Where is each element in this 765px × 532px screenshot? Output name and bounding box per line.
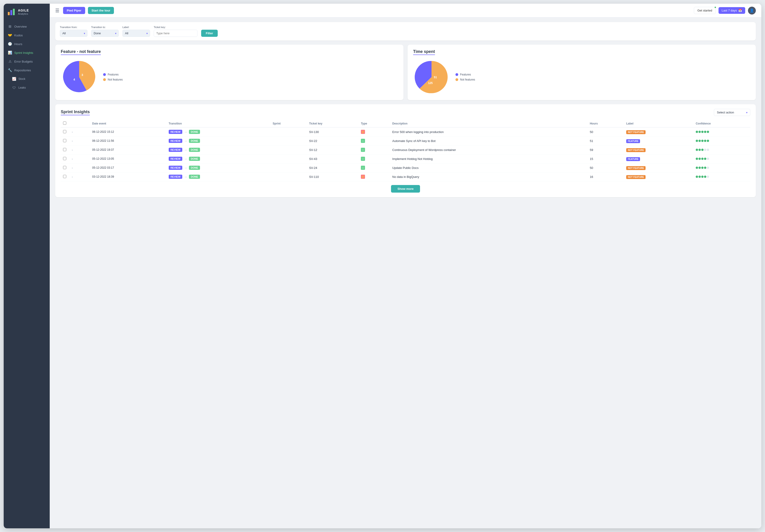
cell-description: Implement Hotdog Not Hotdog [390,154,587,163]
arrow-icon: → [184,148,187,152]
confidence-dot [704,176,706,178]
cell-ticket-key: SV-12 [307,146,359,154]
sidebar-item-sprint-insights[interactable]: 📊 Sprint Insights [4,48,50,57]
table-header-row: Sprint Insights Select action Export CSV… [61,109,750,116]
cell-transition: REVIEW→DONE [166,172,271,181]
confidence-dot [701,158,704,160]
label-badge: NOT FEATURE [626,130,646,134]
row-checkbox[interactable] [63,166,66,169]
row-checkbox[interactable] [63,157,66,160]
cell-date: 05-12-2022 19:37 [90,146,166,154]
select-all-checkbox[interactable] [63,122,66,125]
cell-sprint [271,137,307,146]
badge-done: DONE [189,157,200,161]
sidebar-item-overview[interactable]: ⊞ Overview [4,22,50,31]
table-row: ›06-12-2022 15:12REVIEW→DONESV-130⚡Error… [61,128,750,137]
filter-button[interactable]: Filter [201,30,218,37]
user-icon: 👤 [750,8,754,13]
pied-piper-button[interactable]: Pied Piper [63,7,85,14]
last-7-days-button[interactable]: Last 7 days 📅 [718,7,745,14]
row-checkbox[interactable] [63,175,66,178]
cell-ticket-key: SV-24 [307,163,359,172]
expand-button[interactable]: › [71,175,74,179]
expand-button[interactable]: › [71,131,74,134]
cell-date: 06-12-2022 15:12 [90,128,166,137]
feature-chart-legend: Features Not features [103,73,123,81]
badge-review: REVIEW [169,130,182,134]
confidence-dot [704,149,706,151]
cell-ticket-key: SV-43 [307,154,359,163]
transition-from-group: Transition from: All Review In Progress … [60,26,87,37]
cell-sprint [271,146,307,154]
topbar: ☰ Pied Piper Start the tour Get started … [50,4,761,17]
badge-done: DONE [189,139,200,143]
story-icon: □ [361,157,365,161]
bug-icon: ⚡ [361,175,365,179]
cell-confidence [693,128,750,137]
svg-rect-2 [13,9,15,15]
confidence-dot [704,131,706,133]
get-started-button[interactable]: Get started [694,7,715,14]
table-row: ›05-12-2022 13:05REVIEW→DONESV-43□Implem… [61,154,750,163]
expand-button[interactable]: › [71,149,74,152]
transition-to-select[interactable]: Done Review In Progress [91,30,119,37]
cell-label: NOT FEATURE [624,128,693,137]
badge-review: REVIEW [169,166,182,170]
filter-bar: Transition from: All Review In Progress … [55,22,756,41]
start-tour-button[interactable]: Start the tour [88,7,114,14]
cell-confidence [693,172,750,181]
sidebar-item-repositories[interactable]: 🔧 Repositories [4,66,50,75]
cell-hours: 51 [587,137,624,146]
cell-hours: 50 [587,163,624,172]
label-filter-group: Label: All Feature Not Feature ▼ [122,26,150,37]
row-checkbox[interactable] [63,148,66,151]
label-filter-select[interactable]: All Feature Not Feature [122,30,150,37]
sidebar-item-stock[interactable]: 📈 Stock [4,75,50,83]
sidebar-item-kudos[interactable]: 🤝 Kudos [4,31,50,40]
badge-done: DONE [189,148,200,152]
select-action-dropdown[interactable]: Select action Export CSV Mark as feature… [714,109,750,116]
legend-features-time: Features [455,73,475,76]
row-checkbox[interactable] [63,139,66,142]
cell-confidence [693,146,750,154]
col-date: Date event [90,120,166,128]
confidence-dot [704,167,706,169]
sidebar-item-hours[interactable]: 🕐 Hours [4,40,50,48]
row-checkbox[interactable] [63,130,66,133]
legend-not-features-time: Not features [455,78,475,81]
avatar[interactable]: 👤 [748,7,756,15]
col-label: Label [624,120,693,128]
feature-chart-title: Feature - not feature [61,49,101,55]
notification-badge [714,6,716,9]
expand-button[interactable]: › [71,157,74,161]
ticket-key-input[interactable] [154,30,198,37]
expand-button[interactable]: › [71,166,74,170]
confidence-dot [701,140,704,142]
confidence-dot [707,131,709,133]
transition-to-group: Transition to: Done Review In Progress ▼ [91,26,119,37]
confidence-dot [698,176,701,178]
sidebar-item-label: Error Budgets [14,60,33,63]
cell-sprint [271,128,307,137]
cell-hours: 15 [587,154,624,163]
sidebar-item-label: Stock [18,77,25,81]
sidebar-item-leaks[interactable]: 🛡 Leaks [4,83,50,92]
transition-from-select[interactable]: All Review In Progress Todo [60,30,87,37]
label-badge: FEATURE [626,157,640,161]
charts-row: Feature - not feature 4 3 [55,45,756,100]
label-badge: NOT FEATURE [626,148,646,152]
sidebar-item-error-budgets[interactable]: ⚠ Error Budgets [4,57,50,66]
overview-icon: ⊞ [8,24,12,29]
hamburger-button[interactable]: ☰ [55,8,59,13]
cell-description: No data in BigQuery [390,172,587,181]
expand-button[interactable]: › [71,140,74,143]
col-expand [69,120,90,128]
col-ticket-key: Ticket key [307,120,359,128]
cell-date: 06-12-2022 11:56 [90,137,166,146]
cell-label: FEATURE [624,137,693,146]
svg-text:4: 4 [73,78,75,81]
cell-description: Continuous Deployment of Wordpress conta… [390,146,587,154]
show-more-button[interactable]: Show more [391,185,420,193]
cell-type: □ [359,154,390,163]
cell-ticket-key: SV-130 [307,128,359,137]
